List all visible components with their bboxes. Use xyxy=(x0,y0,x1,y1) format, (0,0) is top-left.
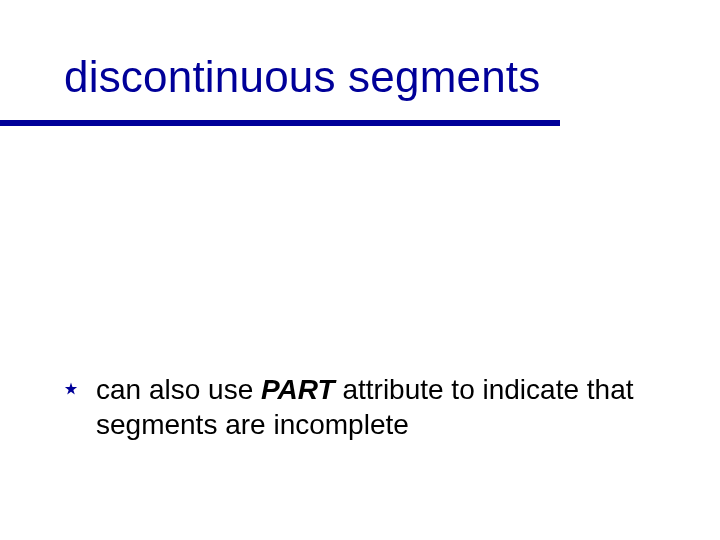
bullet-item: can also use PART attribute to indicate … xyxy=(64,372,656,442)
bullet-text-emph: PART xyxy=(261,374,335,405)
svg-marker-0 xyxy=(65,383,77,395)
bullet-text-pre: can also use xyxy=(96,374,261,405)
slide: discontinuous segments can also use PART… xyxy=(0,0,720,540)
title-underline xyxy=(0,120,560,126)
slide-title: discontinuous segments xyxy=(64,52,540,102)
bullet-text: can also use PART attribute to indicate … xyxy=(96,372,656,442)
star-bullet-icon xyxy=(64,382,78,400)
